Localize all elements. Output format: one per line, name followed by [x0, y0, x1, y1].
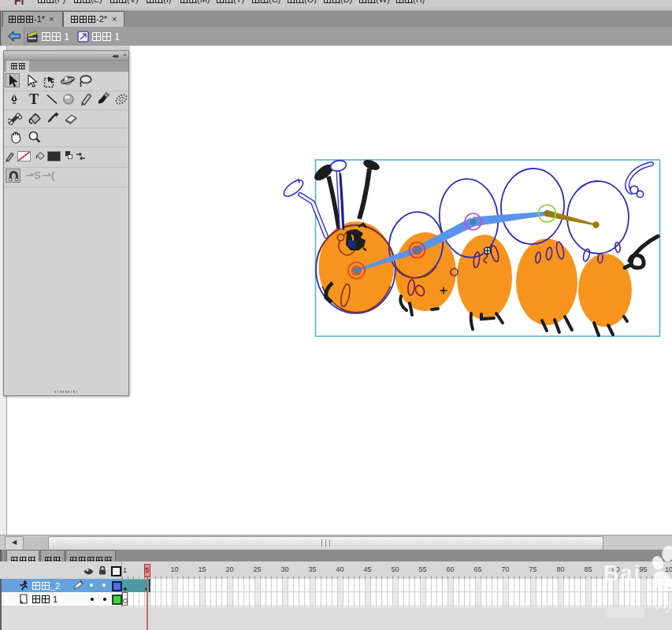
- svg-text:Jiy: Jiy: [655, 595, 672, 613]
